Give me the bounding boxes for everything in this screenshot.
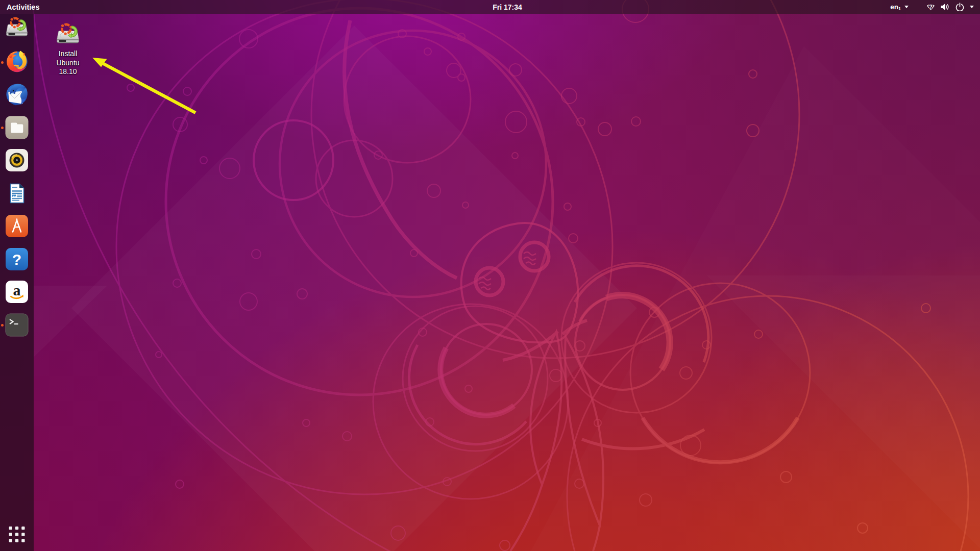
svg-text:a: a	[13, 282, 21, 298]
svg-text:?: ?	[12, 251, 21, 268]
svg-text:?: ?	[929, 4, 933, 10]
